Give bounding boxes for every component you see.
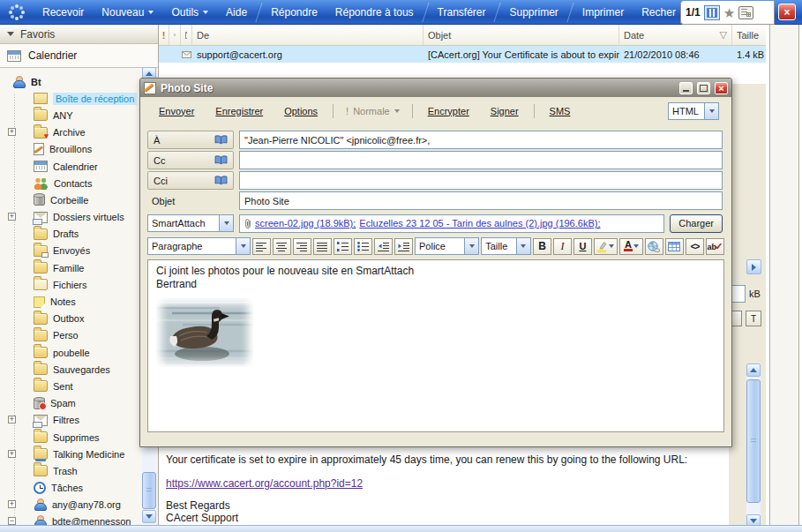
compose-titlebar[interactable]: Photo Site ×	[140, 79, 731, 97]
expand-icon[interactable]: +	[8, 416, 16, 423]
bcc-input[interactable]	[239, 171, 723, 190]
expand-panel-button[interactable]	[746, 259, 761, 274]
print-button[interactable]: Imprimer	[573, 0, 633, 25]
sidebar-item-brouillons[interactable]: Brouillons	[0, 141, 158, 158]
subject-input[interactable]	[239, 191, 723, 210]
size-filter-input[interactable]	[731, 285, 746, 303]
inline-photo-goose[interactable]	[156, 298, 253, 367]
close-compose-button[interactable]: ×	[715, 82, 728, 94]
font-select[interactable]: Police	[415, 237, 479, 255]
cc-button[interactable]: Cc	[147, 151, 234, 169]
certificate-renewal-link[interactable]: https://www.cacert.org/account.php?id=12	[166, 477, 363, 490]
reply-button[interactable]: Répondre	[262, 0, 326, 25]
to-input[interactable]	[239, 131, 723, 149]
sidebar-item-spam[interactable]: Spam	[0, 395, 158, 412]
expand-icon[interactable]: +	[8, 450, 16, 458]
font-color-button[interactable]: A	[619, 238, 643, 255]
expand-icon[interactable]: +	[8, 500, 16, 508]
column-de[interactable]: De	[192, 25, 423, 45]
sidebar-scroll-thumb[interactable]	[142, 472, 156, 509]
options-button[interactable]: Options	[274, 106, 327, 116]
align-left-button[interactable]	[252, 238, 271, 255]
sidebar-item-any[interactable]: ANY	[0, 107, 158, 124]
column-objet[interactable]: Objet	[423, 25, 619, 45]
minimize-button[interactable]	[679, 82, 693, 94]
sidebar-item-account-bdte[interactable]: − bdte@mennesson	[0, 513, 158, 525]
maximize-button[interactable]	[697, 82, 710, 94]
sidebar-item-drafts[interactable]: Drafts	[0, 226, 158, 243]
favorites-header[interactable]: Favoris	[0, 25, 158, 44]
sidebar-item-supprimes[interactable]: Supprimes	[0, 429, 158, 446]
sidebar-scroll-down[interactable]	[142, 510, 156, 523]
sidebar-item-calendrier[interactable]: Calendrier	[0, 158, 158, 175]
sidebar-item-envoyes[interactable]: Envoyés	[0, 243, 158, 259]
sidebar-item-perso[interactable]: Perso	[0, 327, 158, 344]
cardfile-icon[interactable]	[738, 6, 753, 19]
sidebar-item-fichiers[interactable]: Fichiers	[0, 276, 158, 293]
to-button[interactable]: À	[147, 131, 234, 149]
delete-button[interactable]: Supprimer	[500, 0, 566, 25]
sidebar-item-account-any[interactable]: + any@any78.org	[0, 497, 158, 513]
italic-button[interactable]: I	[553, 238, 572, 255]
bcc-button[interactable]: Cci	[147, 171, 234, 190]
sidebar-item-notes[interactable]: Notes	[0, 293, 158, 310]
sidebar-item-outbox[interactable]: Outbox	[0, 311, 158, 327]
message-row[interactable]: support@cacert.org [CAcert.org] Your Cer…	[159, 46, 766, 63]
tools-button[interactable]: Outils	[162, 0, 217, 25]
attachment-link[interactable]: Ecluzelles 23 12 05 - Tarin des aulnes (…	[359, 218, 600, 229]
text-view-button[interactable]: T	[746, 311, 761, 326]
sidebar-item-talking-medicine[interactable]: + Talking Medicine	[0, 446, 158, 462]
spellcheck-button[interactable]: ab✓	[706, 238, 724, 255]
sidebar-item-corbeille[interactable]: Corbeille	[0, 191, 158, 208]
favorite-calendar-item[interactable]: Calendrier	[0, 44, 158, 68]
sidebar-item-sent[interactable]: Sent	[0, 378, 158, 394]
numbered-list-button[interactable]	[334, 238, 352, 255]
bullet-list-button[interactable]	[354, 238, 372, 255]
forward-button[interactable]: Transférer	[429, 0, 495, 25]
sidebar-item-poubelle[interactable]: poubelle	[0, 344, 158, 361]
sidebar-item-dossiers-virtuels[interactable]: + Dossiers virtuels	[0, 209, 158, 226]
collapsed-side-panel[interactable]	[769, 25, 799, 525]
messageview-scroll-thumb[interactable]	[746, 379, 761, 503]
cc-input[interactable]	[239, 151, 723, 169]
underline-button[interactable]: U	[573, 238, 592, 255]
dropdown-button[interactable]	[516, 238, 530, 254]
align-center-button[interactable]	[273, 238, 291, 255]
star-icon[interactable]: ★	[723, 6, 735, 19]
sidebar-item-famille[interactable]: Famille	[0, 259, 158, 276]
send-button[interactable]: Envoyer	[149, 106, 204, 116]
dropdown-button[interactable]	[464, 238, 478, 254]
encrypt-button[interactable]: Encrypter	[418, 106, 479, 116]
reply-all-button[interactable]: Répondre à tous	[326, 0, 423, 25]
new-button[interactable]: Nouveau	[93, 0, 162, 25]
size-select[interactable]: Taille	[481, 237, 531, 255]
priority-column[interactable]: !	[159, 25, 169, 45]
sign-button[interactable]: Signer	[481, 106, 528, 116]
sidebar-item-contacts[interactable]: Contacts	[0, 175, 158, 191]
search-button[interactable]: Recher	[633, 0, 685, 25]
columns-view-icon[interactable]	[704, 5, 720, 20]
save-button[interactable]: Enregistrer	[206, 106, 273, 116]
sidebar-item-trash[interactable]: Trash	[0, 462, 158, 479]
sms-button[interactable]: SMS	[540, 106, 581, 116]
sidebar-item-archive[interactable]: + ♥ Archive	[0, 124, 158, 141]
insert-link-button[interactable]	[645, 238, 663, 255]
justify-button[interactable]	[313, 238, 332, 255]
expand-icon[interactable]: +	[8, 128, 16, 136]
column-taille[interactable]: Taille	[732, 25, 766, 45]
html-source-button[interactable]: <>	[686, 238, 704, 255]
highlight-button[interactable]	[594, 238, 618, 255]
priority-dropdown[interactable]: ! Normale	[339, 106, 407, 116]
outdent-button[interactable]	[374, 238, 393, 255]
sidebar-item-taches[interactable]: Tâches	[0, 480, 158, 497]
paragraph-select[interactable]: Paragraphe	[147, 237, 251, 255]
indent-button[interactable]	[394, 238, 413, 255]
column-date[interactable]: Date ▽	[619, 25, 732, 45]
align-right-button[interactable]	[293, 238, 311, 255]
messageview-scroll-up[interactable]	[746, 363, 761, 377]
compose-body-editor[interactable]: Ci joint les photos pour le nouveau site…	[147, 259, 724, 432]
sidebar-item-filtres[interactable]: + Filtres	[0, 412, 158, 429]
insert-table-button[interactable]	[665, 238, 684, 255]
dropdown-button[interactable]	[236, 238, 250, 254]
attachment-link[interactable]: screen-02.jpg (18.9kB);	[255, 218, 356, 229]
